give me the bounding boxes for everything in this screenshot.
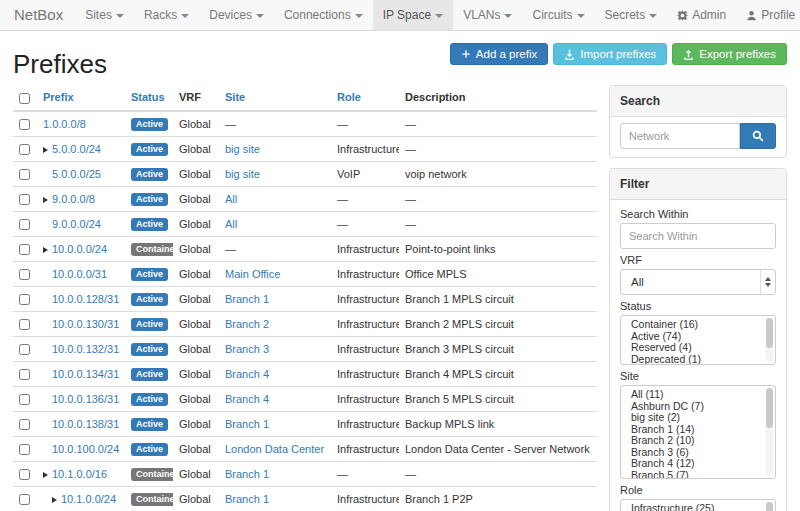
site-link[interactable]: big site (225, 143, 260, 155)
nav-item-vlans[interactable]: VLANs (453, 0, 522, 30)
column-header-status[interactable]: Status (125, 85, 173, 111)
status-option-reserved-4[interactable]: Reserved (4) (621, 342, 775, 354)
vrf-value: Global (179, 368, 211, 380)
prefix-link[interactable]: 10.0.0.134/31 (52, 368, 119, 380)
search-button[interactable] (740, 123, 776, 149)
row-checkbox[interactable] (19, 169, 30, 180)
site-option-branch-5-7[interactable]: Branch 5 (7) (621, 470, 775, 480)
site-link[interactable]: Branch 1 (225, 418, 269, 430)
column-header-site[interactable]: Site (219, 85, 331, 111)
chevron-updown-icon (760, 270, 775, 294)
site-option-all-11[interactable]: All (11) (621, 389, 775, 401)
search-within-input[interactable] (620, 223, 776, 249)
prefix-link[interactable]: 9.0.0.0/8 (52, 193, 95, 205)
row-checkbox[interactable] (19, 269, 30, 280)
status-option-container-16[interactable]: Container (16) (621, 319, 775, 331)
row-checkbox[interactable] (19, 369, 30, 380)
role-option-infrastructure-25[interactable]: Infrastructure (25) (621, 503, 775, 511)
scrollbar-thumb[interactable] (766, 502, 773, 511)
import-prefixes-button[interactable]: Import prefixes (553, 43, 667, 65)
site-link[interactable]: London Data Center (225, 443, 324, 455)
row-checkbox[interactable] (19, 444, 30, 455)
site-link[interactable]: Branch 3 (225, 343, 269, 355)
role-cell: VoIP (331, 161, 399, 186)
prefix-cell: 10.0.0.0/24 (37, 236, 125, 261)
nav-item-ip-space[interactable]: IP Space (373, 0, 453, 30)
status-badge: Active (131, 218, 168, 231)
site-link[interactable]: Branch 1 (225, 493, 269, 505)
prefix-link[interactable]: 10.0.0.130/31 (52, 318, 119, 330)
site-link[interactable]: All (225, 218, 237, 230)
prefix-link[interactable]: 10.0.0.138/31 (52, 418, 119, 430)
row-checkbox[interactable] (19, 469, 30, 480)
top-navbar: NetBox SitesRacksDevicesConnectionsIP Sp… (0, 0, 800, 31)
column-header-prefix[interactable]: Prefix (37, 85, 125, 111)
row-checkbox[interactable] (19, 219, 30, 230)
scrollbar-thumb[interactable] (766, 388, 773, 428)
prefix-link[interactable]: 10.0.100.0/24 (52, 443, 119, 455)
nav-item-circuits[interactable]: Circuits (522, 0, 594, 30)
search-input[interactable] (620, 123, 740, 149)
site-link[interactable]: Branch 1 (225, 468, 269, 480)
row-checkbox[interactable] (19, 194, 30, 205)
role-cell: Infrastructure (331, 136, 399, 161)
prefix-link[interactable]: 10.0.0.128/31 (52, 293, 119, 305)
site-link[interactable]: Branch 4 (225, 393, 269, 405)
nav-item-profile[interactable]: Profile (736, 0, 800, 30)
row-checkbox[interactable] (19, 319, 30, 330)
prefix-link[interactable]: 10.0.0.132/31 (52, 343, 119, 355)
prefix-link[interactable]: 5.0.0.0/24 (52, 143, 101, 155)
site-link[interactable]: Branch 4 (225, 368, 269, 380)
site-link[interactable]: Main Office (225, 268, 280, 280)
status-badge: Active (131, 343, 168, 356)
column-header-role[interactable]: Role (331, 85, 399, 111)
row-checkbox[interactable] (19, 294, 30, 305)
scrollbar-track[interactable] (766, 318, 773, 362)
prefix-link[interactable]: 9.0.0.0/24 (52, 218, 101, 230)
scrollbar-thumb[interactable] (766, 318, 773, 348)
row-checkbox[interactable] (19, 419, 30, 430)
nav-item-connections[interactable]: Connections (274, 0, 373, 30)
prefix-link[interactable]: 10.1.0.0/16 (52, 468, 107, 480)
select-all-checkbox[interactable] (19, 93, 30, 104)
nav-item-label: Connections (284, 8, 351, 22)
prefix-link[interactable]: 10.0.0.0/31 (52, 268, 107, 280)
prefix-link[interactable]: 10.0.0.136/31 (52, 393, 119, 405)
row-checkbox[interactable] (19, 494, 30, 505)
caret-right-icon (43, 147, 48, 153)
nav-item-devices[interactable]: Devices (199, 0, 274, 30)
row-checkbox[interactable] (19, 244, 30, 255)
export-prefixes-button[interactable]: Export prefixes (672, 43, 787, 65)
nav-item-secrets[interactable]: Secrets (595, 0, 668, 30)
prefix-link[interactable]: 5.0.0.0/25 (52, 168, 101, 180)
nav-item-sites[interactable]: Sites (75, 0, 134, 30)
vrf-value: Global (179, 443, 211, 455)
prefix-cell: 10.1.0.0/16 (37, 461, 125, 486)
vrf-select[interactable]: All (620, 269, 776, 295)
nav-item-admin[interactable]: Admin (667, 0, 736, 30)
site-link[interactable]: All (225, 193, 237, 205)
caret-right-icon (52, 497, 57, 503)
prefix-link[interactable]: 1.0.0.0/8 (43, 118, 86, 130)
site-link[interactable]: Branch 2 (225, 318, 269, 330)
site-cell: Branch 4 (219, 361, 331, 386)
status-option-deprecated-1[interactable]: Deprecated (1) (621, 354, 775, 366)
prefix-link[interactable]: 10.1.0.0/24 (61, 493, 116, 505)
description-cell: Branch 2 MPLS circuit (399, 311, 597, 336)
scrollbar-track[interactable] (766, 388, 773, 476)
row-checkbox[interactable] (19, 394, 30, 405)
site-option-branch-4-12[interactable]: Branch 4 (12) (621, 458, 775, 470)
row-checkbox[interactable] (19, 344, 30, 355)
vrf-value: Global (179, 418, 211, 430)
nav-item-racks[interactable]: Racks (134, 0, 199, 30)
row-checkbox[interactable] (19, 119, 30, 130)
row-checkbox[interactable] (19, 144, 30, 155)
prefix-link[interactable]: 10.0.0.0/24 (52, 243, 107, 255)
scrollbar-track[interactable] (766, 502, 773, 511)
brand-logo[interactable]: NetBox (8, 0, 75, 30)
site-option-branch-2-10[interactable]: Branch 2 (10) (621, 435, 775, 447)
site-link[interactable]: big site (225, 168, 260, 180)
site-option-big-site-2[interactable]: big site (2) (621, 412, 775, 424)
add-a-prefix-button[interactable]: Add a prefix (450, 43, 548, 65)
site-link[interactable]: Branch 1 (225, 293, 269, 305)
